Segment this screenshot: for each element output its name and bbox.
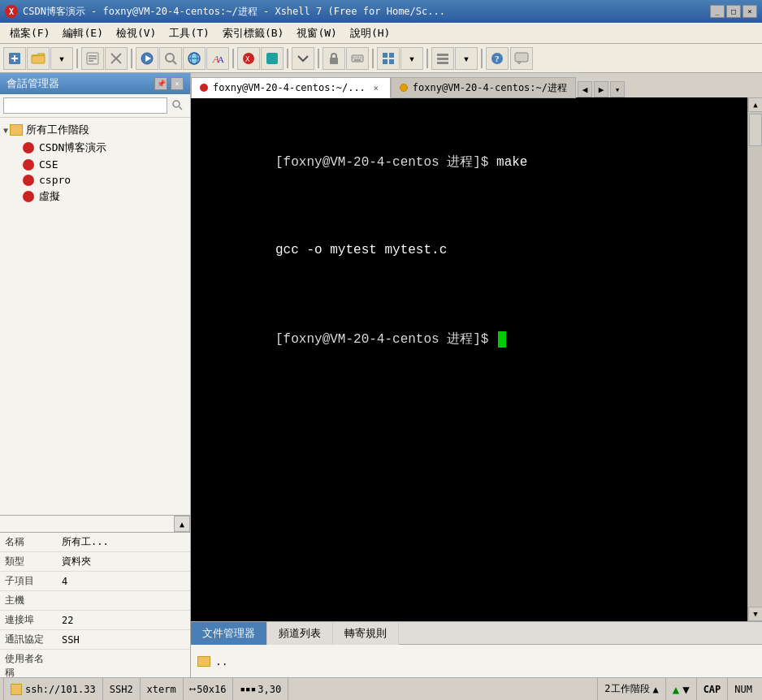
tree-root-item[interactable]: ▼ 所有工作階段 (0, 121, 190, 139)
tree-child-cspro[interactable]: cspro (0, 172, 190, 188)
svg-rect-3 (32, 55, 45, 63)
tab-close-active[interactable]: × (370, 82, 382, 93)
status-terminal-type-text: xterm (147, 684, 176, 695)
toolbar-folder-btn[interactable] (27, 47, 50, 70)
tree-child-cse[interactable]: CSE (0, 157, 190, 172)
terminal-panel: foxny@VM-20-4-centos:~/... × foxny@VM-20… (191, 73, 762, 677)
toolbar-new-btn[interactable] (3, 47, 26, 70)
info-row-children: 子項目 4 (0, 572, 190, 591)
scrollbar-up-btn[interactable]: ▲ (748, 97, 762, 112)
menu-view[interactable]: 檢視(V) (110, 24, 162, 43)
terminal-line-3: [foxny@VM-20-4-centos 进程]$ (197, 309, 741, 369)
tree-expand-icon[interactable]: ▼ (3, 126, 8, 135)
status-arrow-down-icon[interactable]: ▼ (682, 683, 689, 696)
tree-child-virtual[interactable]: 虛擬 (0, 188, 190, 205)
toolbar-grid-dropdown[interactable]: ▾ (400, 47, 423, 70)
svg-point-40 (173, 101, 180, 107)
bottom-tab-forwarding[interactable]: 轉寄規則 (333, 622, 399, 645)
close-button[interactable]: × (743, 5, 757, 18)
info-row-type: 類型 資料夾 (0, 552, 190, 572)
menu-file[interactable]: 檔案(F) (3, 24, 56, 43)
svg-rect-34 (437, 58, 448, 60)
status-bar: ssh://101.33 SSH2 xterm ⟷ 50x16 ▪▪▪ 3,30… (0, 677, 762, 700)
title-bar-left: X CSDN博客演示 - foxny@VM-20-4-centos:~/进程 -… (5, 5, 445, 19)
toolbar-expand-btn[interactable] (292, 47, 314, 70)
cursor-text-input[interactable] (506, 331, 515, 347)
sidebar-header-controls[interactable]: 📌 × (154, 77, 184, 90)
scrollbar-thumb[interactable] (749, 114, 762, 146)
toolbar-chat-btn[interactable] (510, 47, 533, 70)
toolbar-grid-btn[interactable] (377, 47, 400, 70)
info-row-protocol: 通訊協定 SSH (0, 630, 190, 650)
menu-tools[interactable]: 工具(T) (162, 24, 215, 43)
info-label-protocol: 通訊協定 (0, 630, 57, 649)
status-num-text: NUM (734, 684, 752, 695)
sidebar-scroll-up[interactable]: ▲ (174, 516, 190, 532)
toolbar-btn-red[interactable]: X (237, 47, 260, 70)
tab-dot-active (200, 84, 208, 92)
menu-help[interactable]: 說明(H) (344, 24, 396, 43)
svg-rect-31 (383, 59, 387, 64)
toolbar-group-2 (81, 47, 128, 70)
bottom-tab-channels[interactable]: 頻道列表 (267, 622, 333, 645)
session-icon-csdn (23, 142, 34, 153)
status-ssh-icon (11, 684, 22, 695)
toolbar-group-7: ▾ (377, 47, 423, 70)
terminal-line-1: [foxny@VM-20-4-centos 进程]$ make (197, 133, 741, 192)
sidebar-pin-btn[interactable]: 📌 (154, 77, 167, 90)
info-value-protocol: SSH (57, 632, 190, 648)
sidebar-info-scroll: 名稱 所有工... 類型 資料夾 子項目 4 主機 連接埠 22 (0, 533, 190, 677)
info-label-name: 名稱 (0, 533, 57, 551)
tree-child-csdn[interactable]: CSDN博客演示 (0, 139, 190, 157)
search-icon-btn[interactable] (169, 97, 187, 115)
menu-edit[interactable]: 編輯(E) (56, 24, 109, 43)
toolbar-sep-1 (76, 49, 78, 68)
toolbar-font-btn[interactable]: AA (206, 47, 229, 70)
toolbar-dropdown-btn[interactable]: ▾ (50, 47, 73, 70)
tab-active[interactable]: foxny@VM-20-4-centos:~/... × (191, 77, 391, 98)
toolbar-list-btn[interactable] (431, 47, 454, 70)
toolbar-btn-teal[interactable] (261, 47, 284, 70)
tab-nav-down[interactable]: ▾ (610, 81, 625, 97)
sidebar-title: 會話管理器 (6, 76, 59, 91)
toolbar-globe-btn[interactable] (183, 47, 206, 70)
info-row-host: 主機 (0, 591, 190, 611)
minimize-button[interactable]: _ (710, 5, 725, 18)
tree-folder-icon (10, 124, 23, 136)
status-cursor-pos: ▪▪▪ 3,30 (233, 678, 288, 701)
scrollbar-down-btn[interactable]: ▼ (748, 607, 762, 621)
sidebar-close-btn[interactable]: × (171, 77, 184, 90)
tab-nav-left[interactable]: ◀ (578, 81, 592, 97)
status-size-text: 50x16 (197, 684, 226, 695)
scrollbar-track[interactable] (748, 112, 762, 607)
tab-inactive[interactable]: foxny@VM-20-4-centos:~/进程 (391, 77, 576, 98)
tab-label-inactive: foxny@VM-20-4-centos:~/进程 (413, 81, 567, 95)
menu-window[interactable]: 視窗(W) (290, 24, 343, 43)
toolbar-search-btn[interactable] (159, 47, 182, 70)
info-row-username: 使用者名稱 (0, 650, 190, 677)
title-bar-controls[interactable]: _ □ × (710, 5, 757, 18)
terminal-scrollbar: ▲ ▼ (747, 97, 762, 621)
toolbar-lock-btn[interactable] (323, 47, 345, 70)
term-prompt-3: [foxny@VM-20-4-centos 进程]$ (275, 332, 496, 347)
sidebar-tree: ▼ 所有工作階段 CSDN博客演示 CSE cspro 虛擬 (0, 118, 190, 515)
toolbar-properties-btn[interactable] (81, 47, 104, 70)
search-input[interactable] (3, 97, 167, 114)
maximize-button[interactable]: □ (726, 5, 741, 18)
toolbar-connect-btn[interactable] (136, 47, 158, 70)
status-nav-arrows: ▲ ▼ (665, 678, 696, 701)
svg-rect-33 (437, 54, 448, 56)
status-arrow-up-icon[interactable]: ▲ (673, 683, 679, 696)
menu-tabs[interactable]: 索引標籤(B) (216, 24, 290, 43)
bottom-tabs: 文件管理器 頻道列表 轉寄規則 (191, 622, 762, 645)
tab-nav-right[interactable]: ▶ (594, 81, 608, 97)
menu-bar: 檔案(F) 編輯(E) 檢視(V) 工具(T) 索引標籤(B) 視窗(W) 說明… (0, 23, 762, 44)
bottom-tab-files[interactable]: 文件管理器 (191, 622, 267, 645)
toolbar-delete-btn[interactable] (105, 47, 128, 70)
terminal-content[interactable]: [foxny@VM-20-4-centos 进程]$ make gcc -o m… (191, 97, 747, 621)
toolbar-group-8: ▾ (431, 47, 478, 70)
toolbar-list-dropdown[interactable]: ▾ (455, 47, 478, 70)
toolbar-keyboard-btn[interactable] (346, 47, 369, 70)
toolbar-help-btn[interactable]: ? (486, 47, 509, 70)
info-label-port: 連接埠 (0, 611, 57, 629)
